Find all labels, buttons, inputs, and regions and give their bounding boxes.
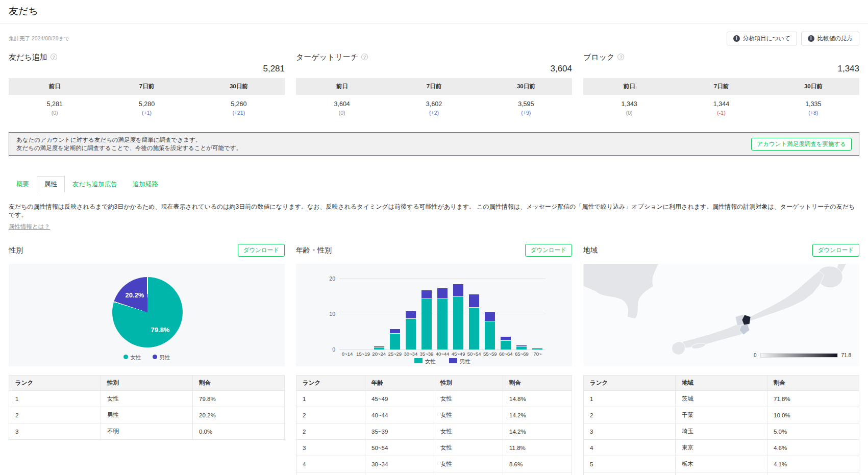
column-header: ランク xyxy=(9,376,101,391)
table-cell: 2 xyxy=(584,407,676,423)
table-cell: 11.8% xyxy=(503,440,572,456)
table-cell: 35~39 xyxy=(365,423,434,440)
scale-gradient-bar xyxy=(760,353,838,358)
bar-stack xyxy=(421,290,432,349)
x-axis-label: 35~39 xyxy=(418,351,434,357)
compare-value: 5,280 xyxy=(101,101,192,108)
legend-item-female: 女性 xyxy=(414,358,436,365)
compare-value: 1,344 xyxy=(675,101,767,108)
attribute-note: 友だちの属性情報は反映されるまで約3日かかるため、現在表示されているのは約3日前… xyxy=(0,203,868,219)
table-cell: 5 xyxy=(296,472,365,475)
analysis-items-button[interactable]: 分析項目について xyxy=(727,32,797,45)
run-satisfaction-survey-button[interactable]: アカウント満足度調査を実施する xyxy=(751,138,852,151)
x-axis-label: 55~59 xyxy=(482,351,498,357)
male-swatch-icon xyxy=(153,355,157,359)
section-head-area: 地域 ダウンロード xyxy=(583,244,859,257)
download-button-area[interactable]: ダウンロード xyxy=(812,244,859,257)
compare-cell: 3,602(+2) xyxy=(388,101,480,116)
bar-stack xyxy=(453,284,463,349)
table-cell: 5 xyxy=(584,456,676,472)
column-header: 性別 xyxy=(434,376,503,391)
satisfaction-survey-banner: あなたのアカウントに対する友だちの満足度を簡単に調査できます。 友だちの満足度を… xyxy=(9,132,859,156)
help-icon[interactable] xyxy=(51,54,57,60)
comparison-guide-button[interactable]: 比較値の見方 xyxy=(801,32,859,45)
compare-value: 5,260 xyxy=(193,101,285,108)
table-row: 235~39女性14.2% xyxy=(296,423,572,440)
compare-change: (+21) xyxy=(193,110,285,116)
download-button-gender[interactable]: ダウンロード xyxy=(238,244,285,257)
table-cell: 50~54 xyxy=(365,440,434,456)
bar-group xyxy=(387,279,403,349)
pie-label-male: 20.2% xyxy=(126,291,144,299)
table-cell: 40~44 xyxy=(365,407,434,423)
metric-total: 3,604 xyxy=(296,64,572,75)
compare-body-row: 1,343(0)1,344(-1)1,335(+8) xyxy=(583,95,859,122)
help-icon[interactable] xyxy=(361,54,368,60)
compare-cell: 5,280(+1) xyxy=(101,101,192,116)
bar-segment-male xyxy=(374,346,384,347)
compare-change: (-1) xyxy=(675,110,767,116)
compare-header-row: 前日7日前30日前 xyxy=(9,78,285,95)
compare-cell: 1,335(+8) xyxy=(767,101,859,116)
compare-column-label: 7日前 xyxy=(675,83,767,90)
bar-stack xyxy=(485,312,495,349)
table-cell: 79.8% xyxy=(193,391,285,407)
gender-table: ランク性別割合1女性79.8%2男性20.2%3不明0.0% xyxy=(9,375,285,475)
area-table: ランク地域割合1茨城71.8%2千葉10.0%3埼玉5.0%4東京4.6%5栃木… xyxy=(583,375,859,475)
column-header: 年齢 xyxy=(365,376,434,391)
section-title-gender: 性別 xyxy=(9,246,23,255)
bar-segment-female xyxy=(516,347,527,349)
compare-column-label: 30日前 xyxy=(480,83,572,90)
charts-row: 20.2% 79.8% 女性 男性 20 10 0 0~1415~1920~24… xyxy=(0,257,868,366)
compare-cell: 1,343(0) xyxy=(583,101,675,116)
bar-stack xyxy=(501,337,511,349)
banner-line-1: あなたのアカウントに対する友だちの満足度を簡単に調査できます。 xyxy=(16,136,242,144)
bar-segment-male xyxy=(469,294,479,307)
banner-text: あなたのアカウントに対する友だちの満足度を簡単に調査できます。 友だちの満足度を… xyxy=(16,136,242,152)
x-axis-label: 65~69 xyxy=(514,351,530,357)
bar-segment-male xyxy=(485,312,495,321)
comparison-guide-label: 比較値の見方 xyxy=(817,35,853,42)
bar-stack xyxy=(516,345,527,349)
tab-friend-add-ads[interactable]: 友だち追加広告 xyxy=(65,176,125,192)
compare-value: 1,343 xyxy=(583,101,675,108)
column-header: ランク xyxy=(296,376,365,391)
download-button-age-gender[interactable]: ダウンロード xyxy=(525,244,572,257)
bar-group xyxy=(530,279,545,349)
bar-segment-female xyxy=(374,347,384,349)
y-tick-10: 10 xyxy=(300,311,335,317)
bar-segment-female xyxy=(501,341,511,349)
bar-stack xyxy=(437,288,448,349)
table-cell: 茨城 xyxy=(676,391,767,407)
map-color-scale: 0 71.8 xyxy=(754,353,851,358)
table-cell: 8.6% xyxy=(503,456,572,472)
table-cell: 4 xyxy=(296,456,365,472)
male-swatch-icon xyxy=(449,358,457,363)
gender-pie xyxy=(112,277,183,347)
table-row: 2千葉10.0% xyxy=(584,407,859,423)
bar-segment-female xyxy=(390,334,400,349)
bar-stack xyxy=(469,294,479,349)
table-cell: 4.6% xyxy=(767,440,859,456)
table-cell: 不明 xyxy=(676,472,767,475)
table-cell: 14.8% xyxy=(503,391,572,407)
bar-segment-male xyxy=(516,345,527,346)
table-row: 2男性20.2% xyxy=(9,407,285,423)
tab-attributes[interactable]: 属性 xyxy=(37,176,65,192)
bar-stack xyxy=(532,348,542,349)
bar-stack xyxy=(390,329,400,349)
table-cell: 2 xyxy=(9,407,101,423)
aggregation-note: 集計完了 2024/08/28まで xyxy=(9,35,69,42)
attribute-info-link[interactable]: 属性情報とは？ xyxy=(9,223,50,231)
y-tick-0: 0 xyxy=(300,346,335,353)
table-cell: 0.0% xyxy=(193,423,285,440)
age-gender-table: ランク年齢性別割合145~49女性14.8%240~44女性14.2%235~3… xyxy=(296,375,572,475)
table-cell: 71.8% xyxy=(767,391,859,407)
tab-overview[interactable]: 概要 xyxy=(9,176,37,192)
section-title-area: 地域 xyxy=(583,246,598,255)
table-cell: 女性 xyxy=(434,391,503,407)
help-icon[interactable] xyxy=(617,54,624,60)
attribute-table: ランク地域割合1茨城71.8%2千葉10.0%3埼玉5.0%4東京4.6%5栃木… xyxy=(583,375,859,475)
tab-add-route[interactable]: 追加経路 xyxy=(125,176,166,192)
table-cell: 55~59 xyxy=(365,472,434,475)
